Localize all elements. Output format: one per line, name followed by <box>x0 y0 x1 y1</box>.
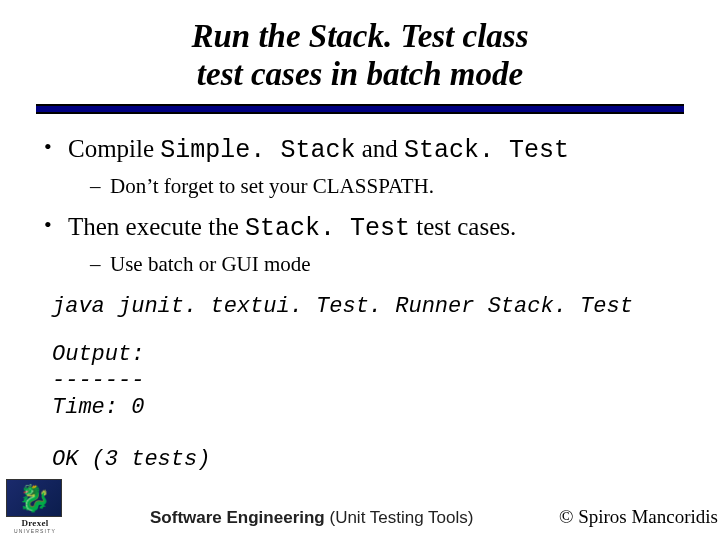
footer-copyright: © Spiros Mancoridis <box>559 506 718 528</box>
title-divider <box>36 104 684 114</box>
title-line-1: Run the Stack. Test class <box>191 18 528 54</box>
command-line: java junit. textui. Test. Runner Stack. … <box>32 292 688 322</box>
bullet-list: Compile Simple. Stack and Stack. Test Do… <box>32 132 688 278</box>
logo-name: Drexel <box>6 518 64 528</box>
bullet-2-text-pre: Then execute the <box>68 213 245 240</box>
bullet-2-sub: Use batch or GUI mode <box>90 250 688 278</box>
bullet-1-text-mid: and <box>355 135 404 162</box>
footer-center: Software Engineering (Unit Testing Tools… <box>150 508 473 528</box>
slide-title: Run the Stack. Test class test cases in … <box>32 18 688 102</box>
output-block: Output: ------- Time: 0 OK (3 tests) <box>32 342 688 474</box>
bullet-1-sub: Don’t forget to set your CLASSPATH. <box>90 172 688 200</box>
bullet-2: Then execute the Stack. Test test cases.… <box>44 210 688 278</box>
footer-center-rest: (Unit Testing Tools) <box>325 508 474 527</box>
bullet-1: Compile Simple. Stack and Stack. Test Do… <box>44 132 688 200</box>
bullet-1-code-2: Stack. Test <box>404 136 569 165</box>
title-line-2: test cases in batch mode <box>197 56 523 92</box>
footer: 🐉 Drexel UNIVERSITY Software Engineering… <box>0 486 720 534</box>
bullet-1-text-pre: Compile <box>68 135 160 162</box>
dragon-icon: 🐉 <box>6 479 62 517</box>
footer-center-bold: Software Engineering <box>150 508 325 527</box>
bullet-2-text-post: test cases. <box>410 213 516 240</box>
bullet-2-code: Stack. Test <box>245 214 410 243</box>
bullet-1-code-1: Simple. Stack <box>160 136 355 165</box>
logo-sub: UNIVERSITY <box>6 528 64 534</box>
university-logo: 🐉 Drexel UNIVERSITY <box>6 479 64 534</box>
